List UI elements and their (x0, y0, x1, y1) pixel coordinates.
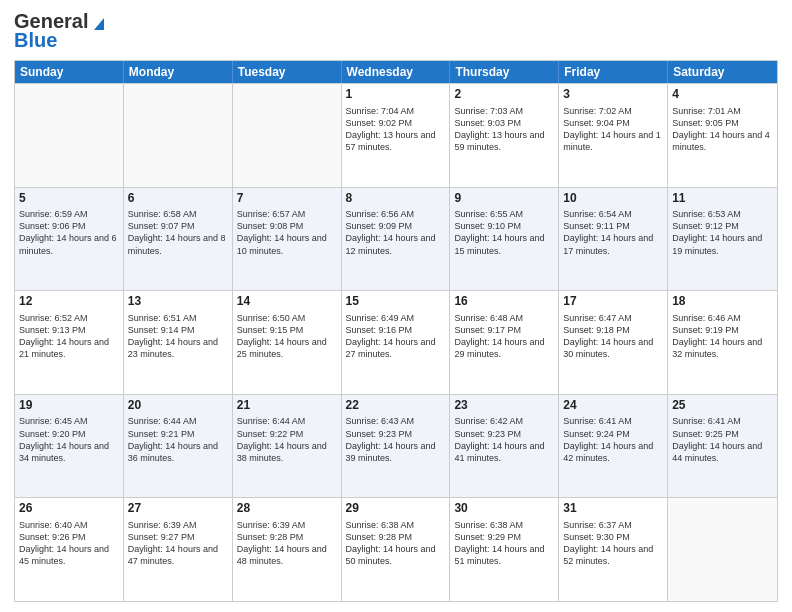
cell-info: Sunset: 9:26 PM (19, 531, 119, 543)
cell-info: Sunrise: 6:44 AM (128, 415, 228, 427)
cell-info: Daylight: 14 hours and 21 minutes. (19, 336, 119, 360)
calendar-cell: 18Sunrise: 6:46 AMSunset: 9:19 PMDayligh… (668, 291, 777, 394)
calendar-week-3: 12Sunrise: 6:52 AMSunset: 9:13 PMDayligh… (15, 290, 777, 394)
cell-info: Daylight: 14 hours and 47 minutes. (128, 543, 228, 567)
cell-info: Daylight: 13 hours and 59 minutes. (454, 129, 554, 153)
header-day-tuesday: Tuesday (233, 61, 342, 83)
cell-info: Sunset: 9:28 PM (346, 531, 446, 543)
calendar-week-2: 5Sunrise: 6:59 AMSunset: 9:06 PMDaylight… (15, 187, 777, 291)
cell-info: Sunset: 9:04 PM (563, 117, 663, 129)
day-number: 5 (19, 191, 119, 207)
header-day-friday: Friday (559, 61, 668, 83)
cell-info: Sunset: 9:22 PM (237, 428, 337, 440)
header: General Blue (14, 10, 778, 52)
header-day-sunday: Sunday (15, 61, 124, 83)
cell-info: Sunset: 9:17 PM (454, 324, 554, 336)
calendar-cell (233, 84, 342, 187)
day-number: 11 (672, 191, 773, 207)
cell-info: Sunrise: 6:46 AM (672, 312, 773, 324)
cell-info: Sunrise: 7:04 AM (346, 105, 446, 117)
cell-info: Sunset: 9:02 PM (346, 117, 446, 129)
cell-info: Sunrise: 6:39 AM (237, 519, 337, 531)
cell-info: Daylight: 14 hours and 17 minutes. (563, 232, 663, 256)
cell-info: Sunset: 9:28 PM (237, 531, 337, 543)
header-day-saturday: Saturday (668, 61, 777, 83)
day-number: 14 (237, 294, 337, 310)
day-number: 26 (19, 501, 119, 517)
calendar-cell: 11Sunrise: 6:53 AMSunset: 9:12 PMDayligh… (668, 188, 777, 291)
cell-info: Sunrise: 6:51 AM (128, 312, 228, 324)
calendar-cell: 2Sunrise: 7:03 AMSunset: 9:03 PMDaylight… (450, 84, 559, 187)
header-day-wednesday: Wednesday (342, 61, 451, 83)
cell-info: Daylight: 14 hours and 34 minutes. (19, 440, 119, 464)
calendar-cell: 10Sunrise: 6:54 AMSunset: 9:11 PMDayligh… (559, 188, 668, 291)
day-number: 29 (346, 501, 446, 517)
cell-info: Daylight: 14 hours and 10 minutes. (237, 232, 337, 256)
cell-info: Sunset: 9:10 PM (454, 220, 554, 232)
cell-info: Sunrise: 6:41 AM (672, 415, 773, 427)
cell-info: Sunset: 9:12 PM (672, 220, 773, 232)
cell-info: Daylight: 14 hours and 15 minutes. (454, 232, 554, 256)
cell-info: Sunset: 9:23 PM (346, 428, 446, 440)
calendar-cell: 1Sunrise: 7:04 AMSunset: 9:02 PMDaylight… (342, 84, 451, 187)
calendar-cell: 28Sunrise: 6:39 AMSunset: 9:28 PMDayligh… (233, 498, 342, 601)
calendar-cell: 4Sunrise: 7:01 AMSunset: 9:05 PMDaylight… (668, 84, 777, 187)
calendar-cell: 12Sunrise: 6:52 AMSunset: 9:13 PMDayligh… (15, 291, 124, 394)
day-number: 4 (672, 87, 773, 103)
calendar-cell: 17Sunrise: 6:47 AMSunset: 9:18 PMDayligh… (559, 291, 668, 394)
day-number: 28 (237, 501, 337, 517)
cell-info: Sunrise: 6:39 AM (128, 519, 228, 531)
cell-info: Daylight: 14 hours and 27 minutes. (346, 336, 446, 360)
calendar-cell: 30Sunrise: 6:38 AMSunset: 9:29 PMDayligh… (450, 498, 559, 601)
day-number: 16 (454, 294, 554, 310)
cell-info: Sunrise: 6:53 AM (672, 208, 773, 220)
calendar-cell: 13Sunrise: 6:51 AMSunset: 9:14 PMDayligh… (124, 291, 233, 394)
cell-info: Daylight: 14 hours and 8 minutes. (128, 232, 228, 256)
cell-info: Sunrise: 6:56 AM (346, 208, 446, 220)
day-number: 18 (672, 294, 773, 310)
day-number: 23 (454, 398, 554, 414)
cell-info: Daylight: 14 hours and 39 minutes. (346, 440, 446, 464)
calendar-header: SundayMondayTuesdayWednesdayThursdayFrid… (15, 61, 777, 83)
svg-marker-0 (94, 18, 104, 30)
calendar-cell: 31Sunrise: 6:37 AMSunset: 9:30 PMDayligh… (559, 498, 668, 601)
cell-info: Daylight: 14 hours and 32 minutes. (672, 336, 773, 360)
calendar-cell: 7Sunrise: 6:57 AMSunset: 9:08 PMDaylight… (233, 188, 342, 291)
calendar-cell (668, 498, 777, 601)
cell-info: Sunrise: 6:52 AM (19, 312, 119, 324)
day-number: 8 (346, 191, 446, 207)
cell-info: Daylight: 14 hours and 25 minutes. (237, 336, 337, 360)
calendar-body: 1Sunrise: 7:04 AMSunset: 9:02 PMDaylight… (15, 83, 777, 601)
calendar-cell: 23Sunrise: 6:42 AMSunset: 9:23 PMDayligh… (450, 395, 559, 498)
calendar-cell: 29Sunrise: 6:38 AMSunset: 9:28 PMDayligh… (342, 498, 451, 601)
calendar-cell: 25Sunrise: 6:41 AMSunset: 9:25 PMDayligh… (668, 395, 777, 498)
day-number: 13 (128, 294, 228, 310)
calendar-cell: 24Sunrise: 6:41 AMSunset: 9:24 PMDayligh… (559, 395, 668, 498)
cell-info: Sunrise: 6:42 AM (454, 415, 554, 427)
logo: General Blue (14, 10, 108, 52)
cell-info: Daylight: 14 hours and 36 minutes. (128, 440, 228, 464)
cell-info: Sunset: 9:19 PM (672, 324, 773, 336)
day-number: 10 (563, 191, 663, 207)
cell-info: Sunrise: 6:40 AM (19, 519, 119, 531)
cell-info: Sunset: 9:24 PM (563, 428, 663, 440)
day-number: 9 (454, 191, 554, 207)
cell-info: Sunset: 9:16 PM (346, 324, 446, 336)
cell-info: Sunset: 9:21 PM (128, 428, 228, 440)
calendar-cell: 5Sunrise: 6:59 AMSunset: 9:06 PMDaylight… (15, 188, 124, 291)
logo-arrow-icon (90, 14, 108, 32)
cell-info: Sunrise: 6:38 AM (346, 519, 446, 531)
cell-info: Sunrise: 6:47 AM (563, 312, 663, 324)
header-day-thursday: Thursday (450, 61, 559, 83)
day-number: 27 (128, 501, 228, 517)
calendar-cell: 14Sunrise: 6:50 AMSunset: 9:15 PMDayligh… (233, 291, 342, 394)
cell-info: Sunrise: 6:37 AM (563, 519, 663, 531)
cell-info: Sunrise: 6:50 AM (237, 312, 337, 324)
cell-info: Daylight: 14 hours and 48 minutes. (237, 543, 337, 567)
calendar-cell: 3Sunrise: 7:02 AMSunset: 9:04 PMDaylight… (559, 84, 668, 187)
cell-info: Daylight: 14 hours and 50 minutes. (346, 543, 446, 567)
day-number: 15 (346, 294, 446, 310)
cell-info: Daylight: 14 hours and 41 minutes. (454, 440, 554, 464)
day-number: 6 (128, 191, 228, 207)
day-number: 17 (563, 294, 663, 310)
